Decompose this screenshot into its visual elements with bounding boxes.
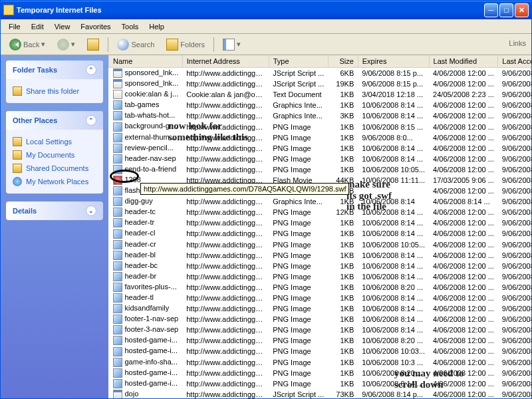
minimize-button[interactable]: ─ [484, 3, 498, 17]
up-icon [87, 39, 99, 51]
file-row[interactable]: hosted-game-i...http://www.addictinggame… [109, 378, 532, 389]
panel-folder-tasks: Folder Tasks⌃ Share this folder [6, 61, 103, 103]
close-button[interactable]: ✕ [515, 3, 529, 17]
file-icon [113, 79, 122, 88]
file-row[interactable]: header-crhttp://www.addictinggames.co...… [109, 239, 532, 250]
file-row[interactable]: sponsored_lnk...http://www.addictinggame… [109, 68, 532, 79]
place-icon [13, 137, 22, 146]
share-folder-link[interactable]: Share this folder [13, 84, 96, 98]
file-row[interactable]: footer-1-nav-sephttp://www.addictinggame… [109, 314, 532, 325]
views-button[interactable]: ▾ [218, 36, 245, 53]
file-row[interactable]: header-clhttp://www.addictinggames.co...… [109, 228, 532, 239]
side-pane: Folder Tasks⌃ Share this folder Other Pl… [1, 55, 108, 398]
file-row[interactable]: footer-3-nav-sephttp://www.addictinggame… [109, 325, 532, 335]
file-row[interactable]: favorites-plus-...http://www.addictingga… [109, 282, 532, 293]
file-icon [113, 176, 122, 185]
forward-button[interactable]: ▾ [53, 36, 80, 53]
column-header[interactable]: Expires [358, 55, 429, 68]
maximize-button[interactable]: □ [499, 3, 513, 17]
column-header[interactable]: Size [328, 55, 358, 68]
menu-file[interactable]: File [3, 21, 26, 32]
file-icon [113, 218, 122, 227]
file-icon [113, 272, 122, 281]
place-icon [13, 164, 22, 173]
place-icon [13, 177, 22, 186]
file-row[interactable]: header-tlhttp://www.addictinggames.co...… [109, 293, 532, 303]
menu-edit[interactable]: Edit [26, 21, 49, 32]
folders-button[interactable]: Folders [162, 36, 209, 53]
place-icon [13, 150, 22, 160]
file-icon [113, 165, 122, 174]
menu-view[interactable]: View [49, 21, 76, 32]
separator [108, 37, 108, 52]
separator [213, 37, 214, 52]
file-row[interactable]: kidsandfamilyhttp://www.addictinggames.c… [109, 303, 532, 314]
search-button[interactable]: Search [112, 36, 159, 53]
column-header[interactable]: Type [269, 55, 328, 68]
file-row[interactable]: tab-gameshttp://www.addictinggames.co...… [109, 100, 532, 110]
file-icon [113, 304, 122, 313]
file-row[interactable]: send-to-a-friendhttp://www.addictinggame… [109, 164, 532, 175]
column-header[interactable]: Last Modified [429, 55, 498, 68]
menu-favorites[interactable]: Favorites [75, 21, 116, 32]
menu-tools[interactable]: Tools [116, 21, 144, 32]
file-icon [113, 336, 122, 345]
panel-other-places: Other Places⌃ Local SettingsMy Documents… [6, 111, 103, 194]
column-header[interactable]: Name [109, 55, 183, 68]
file-row[interactable]: hosted-game-i...http://www.addictinggame… [109, 335, 532, 346]
back-button[interactable]: Back ▾ [5, 36, 50, 53]
file-row[interactable]: background-gr...http://www.addictinggame… [109, 121, 532, 132]
file-row[interactable]: sponsored_lnk...http://www.addictinggame… [109, 78, 532, 89]
file-icon [113, 390, 122, 398]
file-icon [113, 379, 122, 388]
file-row[interactable]: review-pencil...http://www.addictinggame… [109, 143, 532, 154]
file-row[interactable]: hosted-game-i...http://www.addictinggame… [109, 368, 532, 378]
file-row[interactable]: hosted-game-i...http://www.addictinggame… [109, 346, 532, 356]
file-row[interactable]: header-trhttp://www.addictinggames.co...… [109, 217, 532, 228]
file-row[interactable]: game-info-sha...http://www.addictinggame… [109, 357, 532, 368]
toolbar: Back ▾ ▾ Search Folders ▾ Links [1, 34, 531, 55]
views-icon [223, 39, 235, 51]
chevron-down-icon: ⌄ [86, 205, 96, 216]
other-place-link[interactable]: Local Settings [13, 135, 96, 148]
file-row[interactable]: tab-whats-hot...http://www.addictinggame… [109, 110, 532, 121]
menubar: File Edit View Favorites Tools Help [1, 19, 531, 34]
other-place-link[interactable]: My Documents [13, 148, 96, 162]
file-icon [113, 90, 122, 99]
file-row[interactable]: header-nav-sephttp://www.addictinggames.… [109, 154, 532, 164]
file-row[interactable]: cookie:alan & j...Cookie:alan & jan@over… [109, 89, 532, 100]
file-list[interactable]: NameInternet AddressTypeSizeExpiresLast … [108, 55, 531, 398]
file-icon [113, 133, 122, 142]
file-row[interactable]: header-tchttp://www.addictinggames.co...… [109, 207, 532, 217]
file-row[interactable]: external-thum...http://www.addictinggame… [109, 132, 532, 143]
file-row[interactable]: dojohttp://www.addictinggames.co...JScri… [109, 389, 532, 398]
up-button[interactable] [82, 36, 104, 53]
panel-header[interactable]: Details⌄ [6, 201, 103, 220]
file-icon [113, 229, 122, 239]
file-icon [113, 358, 122, 367]
panel-header[interactable]: Folder Tasks⌃ [6, 61, 103, 79]
links-label[interactable]: Links [509, 39, 526, 47]
file-row[interactable]: header-blhttp://www.addictinggames.co...… [109, 250, 532, 261]
file-icon [113, 154, 122, 164]
file-icon [113, 111, 122, 120]
file-row[interactable]: header-bchttp://www.addictinggames.co...… [109, 261, 532, 271]
file-icon [113, 186, 122, 196]
file-icon [113, 347, 122, 356]
search-icon [117, 39, 129, 51]
column-header[interactable]: Internet Address [182, 55, 269, 68]
file-icon [113, 283, 122, 292]
titlebar[interactable]: Temporary Internet Files ─ □ ✕ [1, 1, 531, 19]
forward-icon [57, 39, 69, 51]
file-row[interactable]: digg-guyhttp://www.addictinggames.co...G… [109, 196, 532, 207]
share-icon [13, 86, 22, 96]
chevron-up-icon: ⌃ [86, 115, 96, 126]
file-icon [113, 240, 122, 249]
other-place-link[interactable]: My Network Places [13, 175, 96, 188]
column-header[interactable]: Last Accessed [498, 55, 531, 68]
menu-help[interactable]: Help [144, 21, 170, 32]
panel-header[interactable]: Other Places⌃ [6, 111, 103, 130]
other-place-link[interactable]: Shared Documents [13, 162, 96, 175]
file-icon [113, 251, 122, 260]
file-row[interactable]: header-brhttp://www.addictinggames.co...… [109, 271, 532, 282]
